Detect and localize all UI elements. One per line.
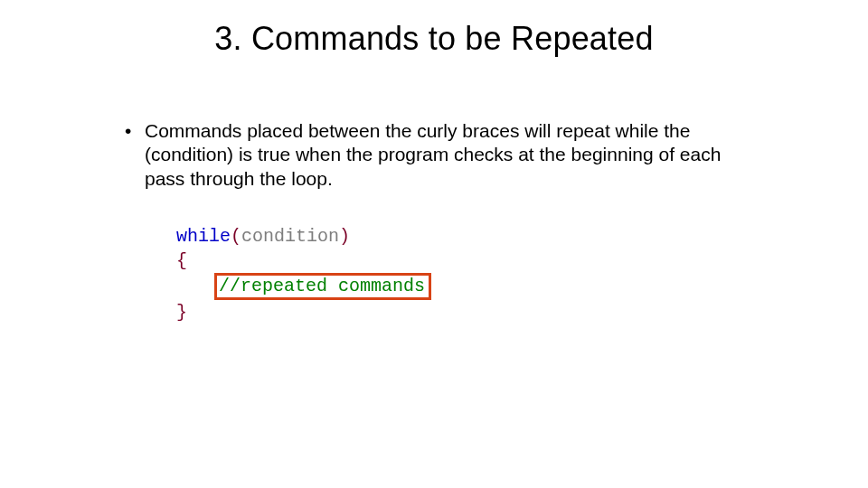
code-paren-open: ( bbox=[231, 226, 241, 247]
bullet-dot-icon: • bbox=[125, 119, 131, 143]
code-identifier: condition bbox=[241, 226, 339, 247]
highlight-box: //repeated commands bbox=[214, 273, 431, 300]
code-comment: //repeated commands bbox=[219, 276, 425, 296]
bullet-text: Commands placed between the curly braces… bbox=[145, 120, 721, 189]
bullet-item: • Commands placed between the curly brac… bbox=[145, 119, 741, 191]
code-brace-open: { bbox=[176, 250, 187, 271]
code-brace-close: } bbox=[176, 302, 187, 323]
code-paren-close: ) bbox=[339, 226, 350, 247]
slide: 3. Commands to be Repeated • Commands pl… bbox=[0, 0, 868, 488]
code-keyword-while: while bbox=[176, 226, 231, 247]
code-snippet: while(condition) { //repeated commands } bbox=[176, 224, 431, 324]
slide-title: 3. Commands to be Repeated bbox=[0, 20, 868, 58]
